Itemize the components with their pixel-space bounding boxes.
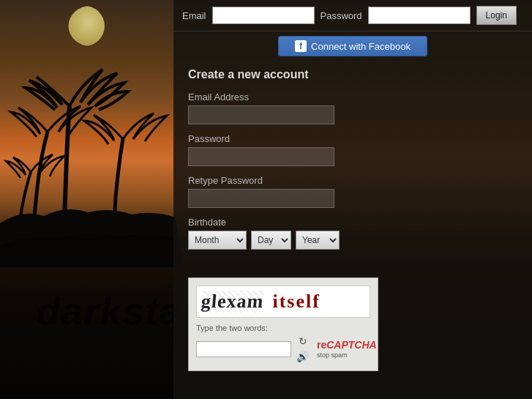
- password-label: Password: [321, 10, 362, 21]
- captcha-word1: glexam: [201, 291, 265, 313]
- birthdate-group: Birthdate Month JanuaryFebruaryMarch Apr…: [188, 217, 517, 250]
- recaptcha-badge: reCAPTCHA stop spam: [317, 339, 377, 359]
- email-address-input[interactable]: [188, 105, 334, 124]
- birthdate-row: Month JanuaryFebruaryMarch AprilMayJune …: [188, 231, 517, 250]
- captcha-input-label: Type the two words:: [196, 324, 370, 332]
- main-panel: Email Password Login f Connect with Face…: [173, 0, 532, 399]
- captcha-input-section: Type the two words: ↻ 🔊 reCAPTCHA stop s…: [196, 324, 370, 363]
- email-address-label: Email Address: [188, 92, 517, 102]
- email-input[interactable]: [212, 7, 315, 24]
- captcha-area: glexam itself Type the two words: ↻ 🔊 re…: [188, 277, 378, 371]
- registration-form: Create a new account Email Address Passw…: [173, 56, 532, 270]
- year-select[interactable]: Year 200520001995 199019851980 19751970: [296, 231, 340, 250]
- topbar: Email Password Login: [173, 0, 532, 31]
- captcha-input-row: ↻ 🔊 reCAPTCHA stop spam: [196, 335, 370, 363]
- new-password-label: Password: [188, 133, 517, 144]
- retype-password-label: Retype Password: [188, 175, 517, 186]
- captcha-refresh-button[interactable]: ↻: [296, 335, 310, 348]
- recaptcha-logo-text: reCAPTCHA: [317, 339, 377, 351]
- retype-password-input[interactable]: [188, 189, 334, 208]
- recaptcha-sub-label: stop spam: [317, 351, 377, 359]
- birthdate-label: Birthdate: [188, 217, 517, 228]
- email-label: Email: [182, 10, 206, 21]
- captcha-word2: itself: [272, 291, 320, 313]
- captcha-audio-button[interactable]: 🔊: [296, 350, 310, 363]
- day-select[interactable]: Day 1234 5678 9101520 253031: [251, 231, 291, 250]
- palm-trees: [0, 18, 183, 267]
- captcha-text-input[interactable]: [196, 341, 291, 357]
- retype-password-group: Retype Password: [188, 175, 517, 208]
- facebook-connect-button[interactable]: f Connect with Facebook: [278, 36, 427, 56]
- facebook-connect-row: f Connect with Facebook: [173, 36, 532, 56]
- new-password-group: Password: [188, 133, 517, 166]
- new-password-input[interactable]: [188, 147, 334, 166]
- email-address-group: Email Address: [188, 92, 517, 124]
- facebook-button-label: Connect with Facebook: [311, 41, 411, 52]
- password-input[interactable]: [368, 7, 471, 24]
- facebook-icon: f: [295, 40, 307, 52]
- month-select[interactable]: Month JanuaryFebruaryMarch AprilMayJune …: [188, 231, 247, 250]
- captcha-words-display: glexam itself: [196, 286, 370, 318]
- form-title: Create a new account: [188, 68, 517, 81]
- captcha-icon-group: ↻ 🔊: [296, 335, 310, 363]
- login-button[interactable]: Login: [476, 6, 517, 25]
